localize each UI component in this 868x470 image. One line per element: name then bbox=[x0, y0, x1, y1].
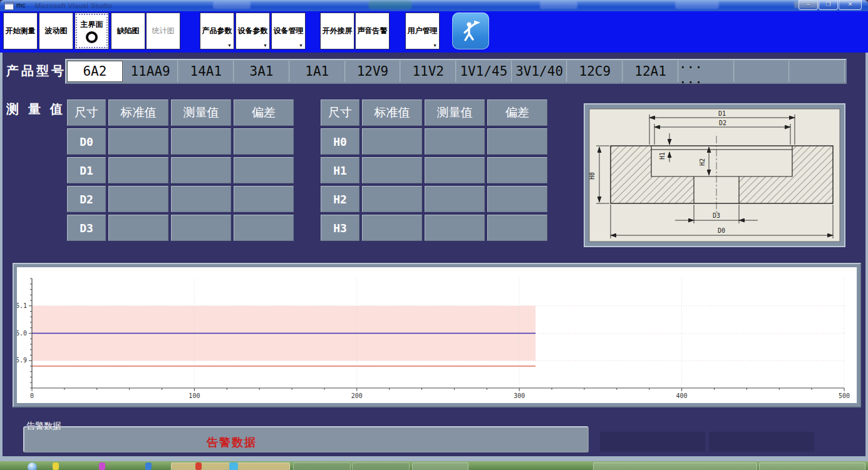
dim-label: D1 bbox=[67, 157, 106, 183]
value-cell bbox=[425, 186, 485, 212]
value-cell bbox=[425, 215, 485, 241]
value-cell bbox=[171, 128, 231, 155]
model-tab-12C9[interactable]: 12C9 bbox=[567, 61, 623, 82]
wave-chart-button[interactable]: 波动图 bbox=[39, 13, 73, 49]
col-header: 标准值 bbox=[108, 100, 168, 126]
windows-taskbar bbox=[0, 461, 868, 470]
value-cell bbox=[425, 128, 485, 155]
close-button[interactable]: ✕ bbox=[839, 0, 862, 10]
taskbar-window[interactable] bbox=[593, 462, 757, 470]
user-manage-button[interactable]: 用户管理▼ bbox=[405, 13, 440, 49]
dimension-label-d0: D0 bbox=[718, 227, 725, 234]
taskbar-icon-magenta[interactable] bbox=[99, 462, 105, 470]
model-tab-3V1-40[interactable]: 3V1/40 bbox=[512, 61, 567, 82]
external-screen-button[interactable]: 开外接屏 bbox=[320, 13, 354, 49]
model-tab-11V2[interactable]: 11V2 bbox=[400, 61, 456, 82]
value-cell bbox=[234, 157, 294, 183]
model-tab-dots[interactable]: ... ... bbox=[678, 61, 734, 82]
application-window: { "window": { "title": "mc", "ghost_text… bbox=[0, 0, 868, 470]
value-cell bbox=[234, 215, 294, 241]
start-measure-button[interactable]: 开始测量 bbox=[3, 13, 38, 49]
dim-label: H3 bbox=[321, 215, 359, 241]
start-orb[interactable] bbox=[28, 462, 37, 470]
model-tab-12A1[interactable]: 12A1 bbox=[623, 61, 678, 82]
measurement-trend-chart: 01002003004005005.96.06.1 bbox=[17, 267, 857, 403]
col-header: 尺寸 bbox=[321, 100, 359, 126]
dim-label: D0 bbox=[67, 128, 106, 155]
value-cell bbox=[362, 186, 422, 212]
taskbar-window[interactable] bbox=[293, 462, 351, 470]
device-params-button[interactable]: 设备参数▼ bbox=[235, 13, 270, 49]
value-cell bbox=[108, 215, 168, 241]
value-cell bbox=[108, 186, 168, 212]
diameter-table: 尺寸标准值测量值偏差D0D1D2D3 bbox=[65, 97, 296, 243]
dropdown-arrow-icon[interactable]: ▼ bbox=[227, 43, 232, 48]
toolbar-button-label: 开外接屏 bbox=[323, 26, 353, 36]
main-screen-button[interactable]: 主界面 bbox=[75, 13, 109, 49]
model-tab-1V1-45[interactable]: 1V1/45 bbox=[456, 61, 512, 82]
taskbar-icon-yellow[interactable] bbox=[53, 462, 59, 470]
value-cell bbox=[487, 157, 547, 183]
taskbar-window[interactable] bbox=[352, 462, 410, 470]
device-manage-button[interactable]: 设备管理▼ bbox=[271, 13, 306, 49]
dropdown-arrow-icon[interactable]: ▼ bbox=[263, 43, 267, 48]
person-with-flag-icon[interactable] bbox=[452, 13, 489, 49]
alarm-data-panel bbox=[23, 426, 589, 452]
value-cell bbox=[108, 128, 168, 155]
dim-label: H2 bbox=[321, 186, 359, 212]
model-tab-6A2[interactable]: 6A2 bbox=[67, 61, 123, 82]
minimize-button[interactable]: – bbox=[798, 0, 818, 10]
titlebar-ghost-blob bbox=[675, 1, 719, 9]
window-border-right bbox=[865, 53, 868, 461]
taskbar-window[interactable] bbox=[412, 462, 468, 470]
trend-chart-frame: 01002003004005005.96.06.1 bbox=[13, 263, 861, 407]
taskbar-icon-cyan[interactable] bbox=[229, 462, 238, 470]
alarm-message: 告警数据 bbox=[207, 435, 257, 450]
model-tab-14A1[interactable]: 14A1 bbox=[178, 61, 234, 82]
dimension-label-h2: H2 bbox=[699, 158, 706, 166]
y-tick-label: 5.9 bbox=[17, 357, 27, 364]
col-header: 偏差 bbox=[487, 100, 547, 126]
dimension-label-d1: D1 bbox=[718, 110, 726, 117]
defect-chart-button[interactable]: 缺陷图 bbox=[111, 13, 145, 49]
taskbar-window[interactable] bbox=[759, 462, 865, 470]
product-params-button[interactable]: 产品参数▼ bbox=[200, 13, 234, 49]
toolbar-button-label: 统计图 bbox=[152, 26, 175, 36]
toolbar-button-label: 声音告警 bbox=[358, 26, 388, 36]
model-tab-11AA9[interactable]: 11AA9 bbox=[123, 61, 178, 82]
model-tab-empty[interactable] bbox=[789, 61, 845, 82]
model-tab-1A1[interactable]: 1A1 bbox=[289, 61, 345, 82]
flag-person-glyph bbox=[458, 19, 483, 44]
dimension-label-d3: D3 bbox=[713, 212, 720, 219]
taskbar-icon-red[interactable] bbox=[195, 462, 202, 470]
dim-label: H0 bbox=[321, 128, 359, 155]
hidden-panel-ghost bbox=[709, 432, 814, 452]
model-tab-empty[interactable] bbox=[734, 61, 790, 82]
restore-button[interactable]: ❐ bbox=[819, 0, 838, 10]
model-tab-3A1[interactable]: 3A1 bbox=[234, 61, 289, 82]
value-cell bbox=[425, 157, 485, 183]
value-cell bbox=[171, 215, 231, 241]
part-cross-section-drawing: D1 D2 H1 H2 H0 D3 D0 bbox=[584, 103, 845, 247]
y-tick-label: 6.1 bbox=[17, 302, 27, 309]
x-tick-label: 400 bbox=[676, 392, 688, 399]
toolbar-button-label: 开始测量 bbox=[6, 26, 36, 36]
value-cell bbox=[487, 128, 547, 155]
x-tick-label: 500 bbox=[839, 392, 850, 399]
measure-values-label: 测 量 值 bbox=[6, 101, 65, 118]
toolbar-button-label: 主界面 bbox=[81, 19, 103, 30]
window-controls: – ❐ ✕ bbox=[798, 0, 862, 10]
titlebar: Microsoft Visual Studio mc – ❐ ✕ bbox=[0, 0, 868, 11]
sound-alarm-button[interactable]: 声音告警 bbox=[355, 13, 390, 49]
window-border-left bbox=[0, 53, 3, 461]
model-tab-12V9[interactable]: 12V9 bbox=[345, 61, 401, 82]
dim-label: D3 bbox=[67, 215, 106, 241]
col-header: 尺寸 bbox=[67, 100, 106, 126]
col-header: 测量值 bbox=[425, 100, 485, 126]
col-header: 测量值 bbox=[171, 100, 231, 126]
dropdown-arrow-icon[interactable]: ▼ bbox=[433, 43, 437, 48]
dropdown-arrow-icon[interactable]: ▼ bbox=[299, 43, 303, 48]
taskbar-icon-blue[interactable] bbox=[145, 462, 152, 470]
dimension-label-d2: D2 bbox=[719, 120, 726, 126]
toolbar-button-label: 用户管理 bbox=[408, 26, 438, 36]
